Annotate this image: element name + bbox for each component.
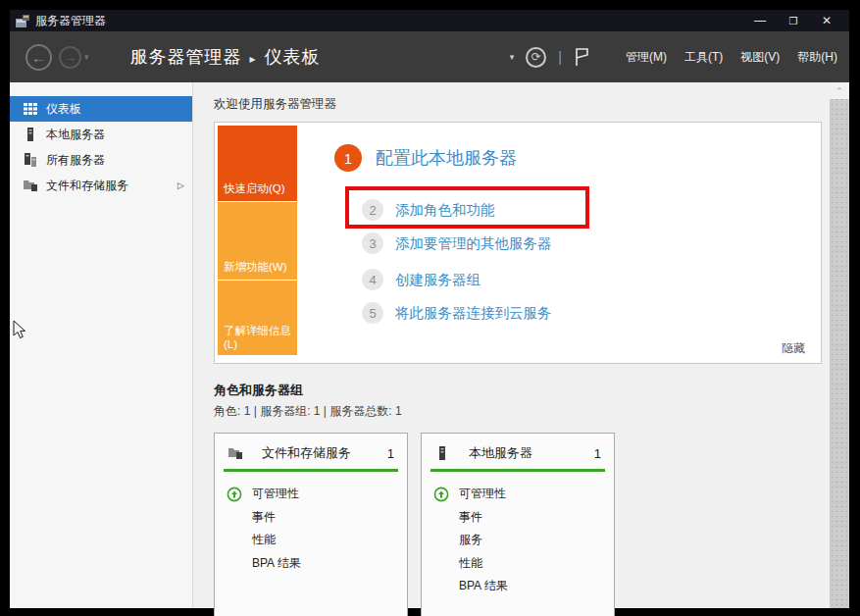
card-row-label: BPA 结果: [459, 578, 508, 594]
card-row-performance[interactable]: 性能: [215, 529, 407, 552]
step-add-roles-features[interactable]: 2 添加角色和功能: [362, 199, 495, 221]
step-number-badge: 4: [362, 269, 383, 290]
expand-arrow-icon[interactable]: ▷: [177, 180, 184, 190]
hide-link[interactable]: 隐藏: [782, 340, 805, 357]
sidebar-item-label: 所有服务器: [46, 152, 105, 169]
file-storage-icon: [228, 445, 243, 461]
dashboard-grid-icon: [23, 102, 38, 116]
card-header[interactable]: 本地服务器 1: [422, 434, 614, 469]
status-up-icon: [433, 487, 449, 502]
sidebar-item-dashboard[interactable]: 仪表板: [10, 96, 192, 122]
tab-label: 快速启动(Q): [224, 181, 285, 196]
card-row-bpa-results[interactable]: BPA 结果: [215, 552, 407, 576]
step-number-badge: 2: [362, 199, 383, 221]
card-row-label: 性能: [252, 532, 276, 548]
tab-quick-start[interactable]: 快速启动(Q): [218, 126, 297, 201]
card-row-bpa-results[interactable]: BPA 结果: [422, 575, 614, 598]
menu-manage[interactable]: 管理(M): [626, 49, 667, 66]
step-configure-local-server[interactable]: 1 配置此本地服务器: [334, 144, 517, 172]
card-row-label: 服务: [459, 532, 482, 548]
step-link-label: 配置此本地服务器: [376, 146, 517, 170]
titlebar: 服务器管理器 — ❐ ✕: [10, 10, 849, 31]
menu-tools[interactable]: 工具(T): [684, 49, 723, 66]
card-count: 1: [387, 446, 394, 461]
step-link-label: 添加角色和功能: [395, 201, 495, 220]
step-number-badge: 5: [362, 302, 383, 324]
sidebar-item-all-servers[interactable]: 所有服务器: [10, 147, 192, 173]
dashboard-main: 欢迎使用服务器管理器 快速启动(Q) 新增功能(W) 了解详细信息(L) 1 配…: [193, 82, 830, 608]
welcome-heading: 欢迎使用服务器管理器: [214, 96, 822, 113]
menu-help[interactable]: 帮助(H): [797, 49, 837, 66]
role-cards-row: 文件和存储服务 1 可管理性: [214, 433, 822, 616]
local-server-icon: [434, 445, 450, 461]
breadcrumb-separator-icon: ▸: [250, 52, 257, 66]
header-bar: ← → ▾ 服务器管理器▸仪表板 ▾ ⟳ | 管理(M) 工具(T) 视图(V)…: [10, 31, 849, 82]
sidebar-nav: 仪表板 本地服务器 所有服务器: [10, 82, 193, 608]
forward-icon[interactable]: →: [59, 46, 81, 69]
file-storage-icon: [23, 179, 38, 192]
welcome-tile-panel: 快速启动(Q) 新增功能(W) 了解详细信息(L) 1 配置此本地服务器 2 添…: [214, 122, 822, 364]
card-row-manageability[interactable]: 可管理性: [422, 483, 614, 506]
breadcrumb: 服务器管理器▸仪表板: [130, 45, 321, 69]
status-up-icon: [227, 487, 242, 502]
maximize-button[interactable]: ❐: [777, 16, 810, 26]
card-row-label: 事件: [459, 509, 482, 526]
menu-view[interactable]: 视图(V): [740, 49, 780, 66]
step-connect-cloud-services[interactable]: 5 将此服务器连接到云服务: [362, 302, 552, 324]
toolbar-divider: |: [558, 49, 562, 65]
notification-flag-icon[interactable]: [574, 47, 588, 67]
server-manager-window: 服务器管理器 — ❐ ✕ ← → ▾ 服务器管理器▸仪表板 ▾ ⟳ | 管理(M…: [10, 10, 849, 608]
card-title: 本地服务器: [469, 444, 532, 462]
tab-label: 了解详细信息(L): [224, 324, 297, 350]
window-title: 服务器管理器: [35, 13, 106, 29]
nav-history-caret-icon[interactable]: ▾: [84, 52, 89, 62]
welcome-strip: 快速启动(Q) 新增功能(W) 了解详细信息(L): [218, 126, 297, 355]
breadcrumb-app[interactable]: 服务器管理器: [130, 47, 242, 67]
tab-whats-new[interactable]: 新增功能(W): [218, 202, 297, 281]
card-row-events[interactable]: 事件: [422, 506, 614, 530]
step-number-badge: 1: [334, 144, 362, 172]
sidebar-item-file-storage-services[interactable]: 文件和存储服务 ▷: [10, 173, 192, 198]
card-header[interactable]: 文件和存储服务 1: [215, 434, 407, 469]
step-link-label: 创建服务器组: [395, 271, 481, 289]
card-row-label: 事件: [252, 509, 276, 526]
tab-label: 新增功能(W): [224, 260, 287, 275]
scroll-up-icon[interactable]: ⌃: [830, 82, 849, 99]
sidebar-item-local-server[interactable]: 本地服务器: [10, 122, 192, 147]
sidebar-item-label: 仪表板: [46, 101, 81, 118]
server-manager-app-icon: [16, 15, 29, 27]
card-row-events[interactable]: 事件: [215, 506, 407, 530]
step-link-label: 添加要管理的其他服务器: [395, 234, 552, 253]
card-local-server: 本地服务器 1 可管理性: [421, 433, 615, 616]
card-row-performance[interactable]: 性能: [422, 552, 614, 576]
refresh-icon[interactable]: ⟳: [526, 47, 546, 68]
card-count: 1: [594, 446, 601, 461]
all-servers-icon: [23, 153, 38, 167]
card-title: 文件和存储服务: [262, 444, 351, 462]
card-file-storage-services: 文件和存储服务 1 可管理性: [214, 433, 408, 616]
close-button[interactable]: ✕: [810, 14, 843, 27]
sidebar-item-label: 文件和存储服务: [46, 178, 128, 194]
local-server-icon: [23, 128, 38, 141]
breadcrumb-page: 仪表板: [265, 47, 321, 67]
dropdown-caret-icon[interactable]: ▾: [510, 52, 515, 62]
roles-groups-heading: 角色和服务器组: [214, 382, 822, 399]
card-row-manageability[interactable]: 可管理性: [215, 483, 407, 506]
step-link-label: 将此服务器连接到云服务: [395, 304, 552, 323]
card-row-label: 可管理性: [459, 486, 506, 502]
step-add-other-servers[interactable]: 3 添加要管理的其他服务器: [362, 232, 552, 254]
tab-learn-more[interactable]: 了解详细信息(L): [218, 281, 297, 355]
card-row-label: 可管理性: [252, 486, 299, 502]
back-icon[interactable]: ←: [25, 44, 52, 71]
sidebar-item-label: 本地服务器: [46, 127, 105, 143]
card-row-services[interactable]: 服务: [422, 529, 614, 552]
step-number-badge: 3: [362, 232, 383, 254]
vertical-scrollbar[interactable]: ⌃: [830, 82, 849, 608]
roles-groups-summary: 角色: 1 | 服务器组: 1 | 服务器总数: 1: [214, 403, 822, 420]
card-row-label: 性能: [459, 555, 482, 572]
card-row-label: BPA 结果: [252, 555, 301, 572]
step-create-server-group[interactable]: 4 创建服务器组: [362, 269, 481, 290]
minimize-button[interactable]: —: [743, 14, 777, 27]
